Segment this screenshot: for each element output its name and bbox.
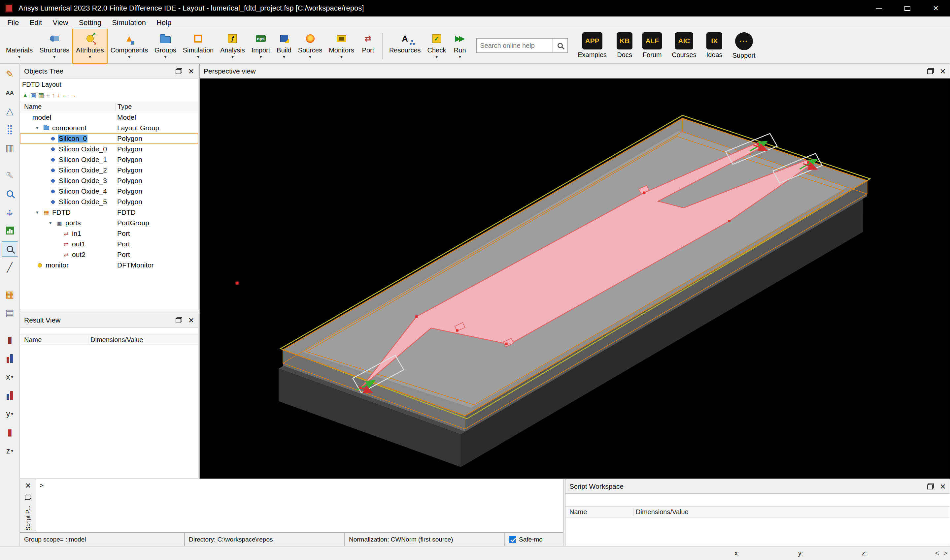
tree-row-out2[interactable]: ⇄out2Port	[20, 249, 198, 260]
tree-row-silicon-oxide-0[interactable]: Silicon Oxide_0Polygon	[20, 144, 198, 154]
search-button[interactable]	[552, 38, 568, 53]
safe-mode-checkbox[interactable]	[509, 536, 516, 543]
tree-row-model[interactable]: modelModel	[20, 112, 198, 123]
toolbar-button-label: Resources	[389, 46, 421, 54]
move-up-icon[interactable]: ↑	[52, 92, 55, 98]
menu-help[interactable]: Help	[151, 17, 177, 29]
close-panel-icon[interactable]: ×	[940, 68, 946, 75]
help-link-examples[interactable]: APPExamples	[578, 32, 607, 63]
help-link-courses[interactable]: AICCourses	[672, 32, 696, 63]
prism-icon[interactable]: △	[2, 104, 18, 118]
move-down-icon[interactable]: ↓	[57, 92, 60, 98]
script-prompt-tab[interactable]: Script P...	[25, 506, 32, 531]
grid-view-icon[interactable]: ▦	[38, 92, 44, 98]
expand-arrow-icon[interactable]: ▾	[36, 125, 43, 131]
y-axis-control[interactable]: y▾	[2, 407, 18, 421]
x-axis-control[interactable]: x▾	[2, 370, 18, 384]
close-panel-icon[interactable]: ×	[188, 317, 194, 324]
float-panel-icon[interactable]	[927, 68, 934, 74]
xy-bars-icon[interactable]	[2, 388, 18, 403]
bar-maroon-icon[interactable]: ▮	[2, 333, 18, 347]
select-cursor-icon[interactable]: ↖	[2, 168, 18, 182]
help-link-docs[interactable]: KBDocs	[617, 32, 632, 63]
tree-row-fdtd[interactable]: ▾▦FDTDFDTD	[20, 207, 198, 218]
expand-arrow-icon[interactable]: ▾	[36, 209, 43, 215]
ruler-icon[interactable]: ╱	[2, 260, 18, 275]
toolbar-button-resources[interactable]: AResources	[386, 29, 424, 63]
zoom-icon[interactable]	[2, 186, 18, 201]
toolbar-button-attributes[interactable]: ↗↘Attributes▾	[72, 29, 107, 63]
tree-row-monitor[interactable]: monitorDFTMonitor	[20, 260, 198, 271]
float-panel-icon[interactable]	[176, 68, 182, 74]
float-panel-icon[interactable]	[176, 317, 182, 323]
toolbar-button-structures[interactable]: Structures▾	[36, 29, 72, 63]
panel-box-icon[interactable]: ▤	[2, 306, 18, 320]
scroll-right-arrow[interactable]: >	[944, 549, 947, 557]
layout-view-icon[interactable]: ▣	[30, 92, 36, 98]
stats-chart-icon[interactable]	[2, 223, 18, 238]
edit-pencil-icon[interactable]: ✎	[2, 67, 18, 82]
tree-row-silicon-oxide-4[interactable]: Silicon Oxide_4Polygon	[20, 186, 198, 197]
toolbar-button-analysis[interactable]: ƒAnalysis▾	[217, 29, 248, 63]
add-object-icon[interactable]: +	[46, 92, 50, 98]
tree-row-in1[interactable]: ⇄in1Port	[20, 228, 198, 239]
grid-icon[interactable]: ▦	[2, 287, 18, 302]
tree-row-component[interactable]: ▾componentLayout Group	[20, 123, 198, 133]
close-panel-icon[interactable]: ×	[940, 483, 946, 490]
menu-edit[interactable]: Edit	[24, 17, 47, 29]
close-button[interactable]: ×	[922, 0, 950, 17]
tree-row-silicon-oxide-2[interactable]: Silicon Oxide_2Polygon	[20, 165, 198, 175]
search-input[interactable]	[476, 38, 553, 53]
script-console-input[interactable]: >	[36, 479, 563, 532]
help-link-forum[interactable]: ALFForum	[642, 32, 662, 63]
chart-bars-icon[interactable]	[2, 351, 18, 366]
group-icon	[43, 126, 50, 130]
toolbar-button-materials[interactable]: Materials▾	[3, 29, 36, 63]
float-panel-icon[interactable]	[927, 483, 934, 489]
toolbar-button-simulation[interactable]: Simulation▾	[180, 29, 217, 63]
float-console-icon[interactable]	[25, 494, 31, 500]
help-link-support[interactable]: ···Support	[733, 32, 756, 63]
dropdown-arrow-icon	[404, 54, 406, 59]
tree-row-out1[interactable]: ⇄out1Port	[20, 239, 198, 249]
script-workspace-title: Script Workspace	[569, 483, 623, 491]
perspective-viewport[interactable]	[200, 78, 950, 478]
move-left-icon[interactable]: ←	[62, 92, 68, 98]
toolbar-button-run[interactable]: ▶▶Run▾	[449, 29, 470, 63]
toolbar-button-check[interactable]: ✓Check▾	[424, 29, 450, 63]
zoom-region-icon[interactable]	[2, 242, 18, 256]
z-axis-control[interactable]: z▾	[2, 443, 18, 458]
structure-tree-icon[interactable]: ▲	[22, 92, 28, 98]
menu-view[interactable]: View	[47, 17, 73, 29]
scroll-left-arrow[interactable]: <	[935, 549, 939, 557]
minimize-button[interactable]	[865, 0, 893, 17]
pan-icon[interactable]: ↔↕	[2, 205, 18, 219]
tree-row-silicon-0[interactable]: Silicon_0Polygon	[20, 133, 198, 144]
toolbar-button-components[interactable]: ▲Components▾	[107, 29, 151, 63]
toolbar-button-monitors[interactable]: Monitors▾	[325, 29, 358, 63]
tree-row-ports[interactable]: ▾▣portsPortGroup	[20, 218, 198, 228]
toolbar-button-import[interactable]: opsImport▾	[248, 29, 274, 63]
close-console-icon[interactable]: ×	[25, 482, 31, 489]
tree-item-name: in1	[71, 229, 82, 237]
close-panel-icon[interactable]: ×	[188, 68, 194, 75]
help-link-label: Ideas	[706, 51, 723, 59]
move-right-icon[interactable]: →	[70, 92, 77, 98]
tree-row-silicon-oxide-5[interactable]: Silicon Oxide_5Polygon	[20, 197, 198, 207]
menu-file[interactable]: File	[2, 17, 24, 29]
tree-row-silicon-oxide-3[interactable]: Silicon Oxide_3Polygon	[20, 175, 198, 186]
expand-arrow-icon[interactable]: ▾	[49, 220, 56, 226]
toolbar-button-groups[interactable]: Groups▾	[151, 29, 180, 63]
delete-icon[interactable]: ▥	[2, 141, 18, 155]
toolbar-button-build[interactable]: Build▾	[273, 29, 295, 63]
help-link-ideas[interactable]: IXIdeas	[706, 32, 723, 63]
menu-setting[interactable]: Setting	[74, 17, 107, 29]
tree-row-silicon-oxide-1[interactable]: Silicon Oxide_1Polygon	[20, 154, 198, 165]
dot-grid-icon[interactable]: ⣿	[2, 122, 18, 137]
toolbar-button-sources[interactable]: Sources▾	[295, 29, 325, 63]
menu-simulation[interactable]: Simulation	[106, 17, 151, 29]
toolbar-button-port[interactable]: ⇄Port	[358, 29, 379, 63]
label-text-icon[interactable]: AA	[2, 85, 18, 100]
maximize-button[interactable]	[893, 0, 922, 17]
bar-red-icon[interactable]: ▮	[2, 425, 18, 440]
